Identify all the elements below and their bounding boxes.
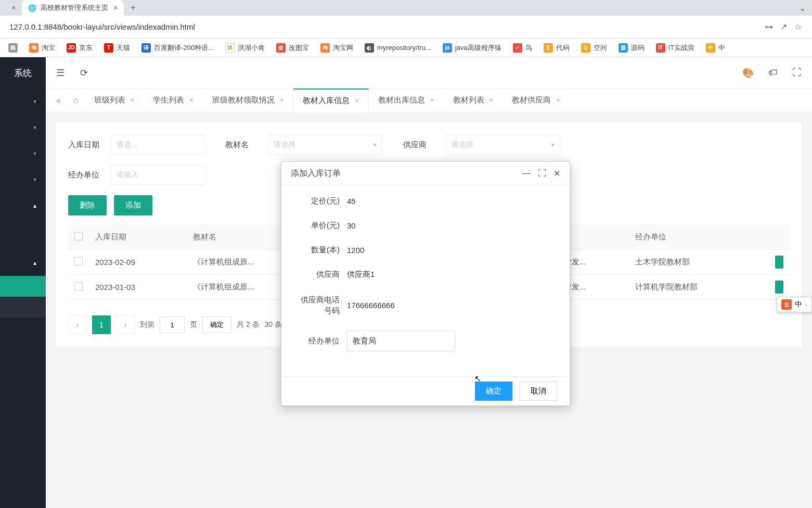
sidebar-item[interactable]: ▾: [0, 115, 46, 141]
checkbox[interactable]: [74, 282, 83, 290]
unit-input[interactable]: 请输入: [111, 165, 204, 185]
bookmark-item[interactable]: T天猫: [100, 41, 134, 55]
chevron-up-icon: ▴: [33, 259, 36, 266]
browser-tab-active[interactable]: 🌐 高校教材管理系统主页 ×: [22, 0, 124, 16]
close-icon[interactable]: ×: [280, 96, 284, 104]
close-icon[interactable]: ×: [489, 96, 494, 104]
bookmark-item[interactable]: 淘淘宝: [25, 41, 59, 55]
theme-icon[interactable]: 🎨: [742, 67, 754, 79]
minimize-icon[interactable]: —: [522, 169, 531, 179]
page-unit: 页: [190, 320, 197, 329]
sidebar-title: 系统: [0, 57, 46, 88]
checkbox[interactable]: [74, 257, 83, 265]
share-icon[interactable]: ↗: [780, 22, 787, 32]
chevron-down-icon: ▾: [551, 141, 555, 149]
close-icon[interactable]: ×: [113, 4, 118, 12]
bookmark-item[interactable]: 购: [4, 41, 22, 55]
bookmark-item[interactable]: ITIT实战营: [652, 41, 699, 55]
tab-overflow-icon[interactable]: ⌄: [793, 3, 812, 13]
row-action[interactable]: [775, 281, 783, 294]
sidebar-item[interactable]: ▾: [0, 167, 46, 193]
page-next[interactable]: ›: [116, 315, 135, 334]
tab-item[interactable]: 教材列表×: [444, 88, 503, 112]
modal-body[interactable]: 定价(元) 45 单价(元) 30 数量(本) 1200 供应商 供应商1 供应…: [281, 186, 570, 376]
supplier-label: 供应商: [297, 270, 347, 280]
sidebar-item[interactable]: ▾: [0, 141, 46, 167]
browser-tab-bar: × 🌐 高校教材管理系统主页 × + ⌄: [0, 0, 812, 16]
modal-header[interactable]: 添加入库订单 — ⛶ ✕: [281, 162, 570, 186]
page-tabs: « ⌂ 班级列表× 学生列表× 班级教材领取情况× 教材入库信息× 教材出库信息…: [46, 88, 812, 112]
menu-toggle-icon[interactable]: ☰: [56, 67, 65, 79]
bookmark-item[interactable]: ||代码: [539, 41, 574, 55]
maximize-icon[interactable]: ⛶: [538, 169, 546, 179]
unitprice-value: 30: [347, 221, 356, 230]
qty-label: 数量(本): [297, 245, 347, 255]
bookmark-item[interactable]: jajava高级程序猿: [439, 41, 506, 55]
total-count: 共 2 条: [237, 320, 260, 329]
close-icon[interactable]: ×: [355, 97, 359, 105]
url-input[interactable]: 127.0.0.1:8848/bookr-layui/src/views/ind…: [4, 19, 758, 34]
add-button[interactable]: 添加: [114, 195, 152, 215]
supplier-select[interactable]: 请选择▾: [446, 135, 560, 155]
delete-button[interactable]: 删除: [68, 195, 107, 215]
close-icon[interactable]: ×: [131, 96, 135, 104]
ime-indicator[interactable]: S 中 ·: [777, 297, 812, 312]
modal-ok-button[interactable]: 确定: [475, 382, 512, 401]
star-icon[interactable]: ☆: [794, 22, 802, 32]
checkbox-all[interactable]: [74, 232, 83, 240]
goto-input[interactable]: [160, 316, 185, 333]
refresh-icon[interactable]: ⟳: [80, 67, 88, 79]
sidebar-item[interactable]: ▾: [0, 88, 46, 115]
browser-tab[interactable]: ×: [0, 0, 22, 16]
bookmark-item[interactable]: 源源码: [614, 41, 649, 55]
dept-input[interactable]: [347, 331, 455, 351]
phone-value: 17666666666: [347, 301, 395, 310]
bookmark-item[interactable]: 洪洪湖小肯: [221, 41, 269, 55]
bookmark-item[interactable]: 译百度翻译-200种语...: [137, 41, 218, 55]
sidebar-item[interactable]: ▴: [0, 193, 46, 219]
bookmark-item[interactable]: ◐myrepository/tru...: [360, 41, 435, 55]
bookmark-item[interactable]: ✓鸟: [509, 41, 536, 55]
tab-item[interactable]: 班级列表×: [85, 88, 144, 112]
tab-title: 高校教材管理系统主页: [41, 3, 108, 12]
close-icon[interactable]: ×: [556, 96, 560, 104]
date-input[interactable]: 请选...: [111, 135, 204, 155]
ime-lang: 中: [795, 300, 802, 309]
home-icon[interactable]: ⌂: [67, 96, 85, 105]
tab-item[interactable]: 班级教材领取情况×: [203, 88, 293, 112]
close-icon[interactable]: ×: [11, 4, 16, 12]
tab-item[interactable]: 教材供应商×: [502, 88, 570, 112]
tab-item-active[interactable]: 教材入库信息×: [293, 88, 369, 112]
chevron-up-icon: ▴: [33, 202, 36, 209]
tab-item[interactable]: 学生列表×: [144, 88, 203, 112]
address-bar: 127.0.0.1:8848/bookr-layui/src/views/ind…: [0, 16, 812, 39]
modal-title-text: 添加入库订单: [291, 168, 341, 179]
supplier-label: 供应商: [403, 140, 439, 150]
bookmark-item[interactable]: 改改图宝: [272, 41, 313, 55]
book-select[interactable]: 请选择▾: [268, 135, 382, 155]
modal-cancel-button[interactable]: 取消: [520, 382, 557, 401]
chevron-down-icon: ▾: [373, 141, 377, 149]
bookmark-item[interactable]: Q空间: [577, 41, 611, 55]
bookmark-item[interactable]: 淘淘宝网: [316, 41, 357, 55]
tag-icon[interactable]: 🏷: [768, 67, 778, 79]
unit-label: 经办单位: [68, 170, 104, 180]
close-icon[interactable]: ×: [430, 96, 434, 104]
sidebar-item[interactable]: ▴: [0, 250, 46, 276]
close-icon[interactable]: ✕: [553, 169, 560, 179]
col-unit: 经办单位: [629, 225, 769, 250]
page-prev[interactable]: ‹: [68, 315, 87, 334]
tab-item[interactable]: 教材出库信息×: [369, 88, 444, 112]
row-action[interactable]: [775, 256, 783, 269]
key-icon[interactable]: ⊶: [765, 22, 773, 32]
goto-confirm[interactable]: 确定: [202, 316, 231, 333]
tabs-prev-icon[interactable]: «: [50, 96, 67, 105]
bookmark-item[interactable]: JD京东: [62, 41, 97, 55]
price-value: 45: [347, 197, 356, 206]
bookmark-item[interactable]: 中中: [702, 41, 729, 55]
new-tab-button[interactable]: +: [124, 3, 142, 14]
fullscreen-icon[interactable]: ⛶: [792, 67, 802, 79]
modal-footer: 确定 取消: [281, 376, 570, 405]
page-number[interactable]: 1: [92, 315, 111, 334]
close-icon[interactable]: ×: [189, 96, 194, 104]
